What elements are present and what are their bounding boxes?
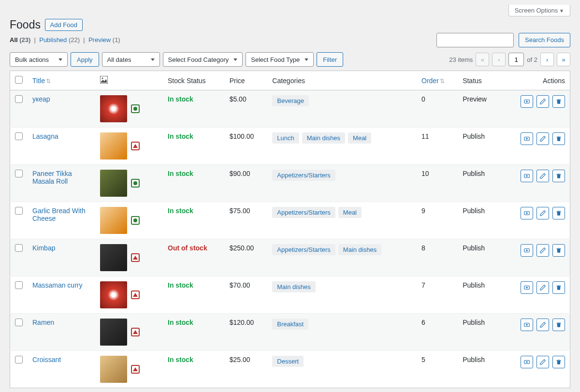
filter-preview[interactable]: Preview (1) [88,36,120,44]
delete-button[interactable] [552,319,565,331]
category-tag[interactable]: Main dishes [272,281,315,292]
filter-published[interactable]: Published (22) [39,36,81,44]
edit-button[interactable] [536,356,549,368]
table-row: Garlic Bread With Cheese In stock $75.00… [10,202,570,239]
delete-button[interactable] [552,95,565,108]
delete-button[interactable] [552,170,565,182]
edit-button[interactable] [536,281,549,294]
edit-button[interactable] [536,95,549,108]
bulk-actions-select[interactable]: Bulk actions [10,52,68,67]
dates-select[interactable]: All dates [102,52,160,67]
category-select[interactable]: Select Food Category [163,52,243,67]
edit-button[interactable] [536,170,549,182]
edit-button[interactable] [536,244,549,257]
last-page-button[interactable]: » [557,53,570,66]
column-order[interactable]: Order⇅ [417,71,458,90]
row-checkbox[interactable] [15,207,23,215]
row-checkbox[interactable] [15,244,23,252]
category-tag[interactable]: Breakfast [272,319,308,330]
category-tag[interactable]: Meal [338,207,362,218]
stock-status: In stock [168,207,193,215]
filter-button[interactable]: Filter [317,52,343,67]
view-button[interactable] [521,207,533,219]
edit-button[interactable] [536,207,549,219]
delete-button[interactable] [552,244,565,257]
row-checkbox[interactable] [15,319,23,326]
row-checkbox[interactable] [15,95,23,103]
select-all-checkbox[interactable] [15,76,23,84]
status-value: Publish [458,165,500,202]
svg-point-13 [526,287,528,289]
next-page-button[interactable]: › [540,53,554,66]
food-title-link[interactable]: укеар [32,95,50,103]
delete-button[interactable] [552,207,565,219]
status-value: Preview [458,90,500,128]
food-type-icon [131,179,140,188]
delete-button[interactable] [552,281,565,294]
category-tag[interactable]: Main dishes [338,244,381,255]
svg-point-11 [526,249,528,251]
category-tag[interactable]: Lunch [272,132,299,144]
edit-button[interactable] [536,132,549,145]
screen-options-button[interactable]: Screen Options [508,5,570,16]
category-list: Beverage [272,95,412,106]
column-actions: Actions [500,71,570,90]
apply-button[interactable]: Apply [71,52,99,67]
food-title-link[interactable]: Garlic Bread With Cheese [32,207,86,222]
prev-page-button[interactable]: ‹ [492,53,506,66]
add-food-button[interactable]: Add Food [45,19,83,31]
category-list: Dessert [272,356,412,367]
current-page-input[interactable] [508,53,524,66]
column-title[interactable]: Title⇅ [28,71,95,90]
food-title-link[interactable]: Kimbap [32,244,55,252]
category-tag[interactable]: Appetizers/Starters [272,207,335,218]
food-title-link[interactable]: Lasagna [32,132,58,140]
view-button[interactable] [521,356,533,368]
stock-status: In stock [168,319,193,326]
category-tag[interactable]: Main dishes [302,132,345,144]
category-tag[interactable]: Dessert [272,356,304,367]
food-type-icon [131,142,140,150]
column-image [95,71,163,90]
view-button[interactable] [521,281,533,294]
stock-status: In stock [168,95,193,103]
food-thumbnail [100,281,127,308]
status-value: Publish [458,202,500,239]
view-button[interactable] [521,244,533,257]
food-title-link[interactable]: Ramen [32,319,54,326]
search-foods-button[interactable]: Search Foods [519,33,570,47]
delete-button[interactable] [552,356,565,368]
view-button[interactable] [521,319,533,331]
food-title-link[interactable]: Paneer Tikka Masala Roll [32,170,72,185]
view-button[interactable] [521,132,533,145]
view-button[interactable] [521,95,533,108]
table-row: Lasagna In stock $100.00 LunchMain dishe… [10,128,570,165]
delete-button[interactable] [552,132,565,145]
row-checkbox[interactable] [15,356,23,363]
food-type-icon [131,290,140,299]
category-tag[interactable]: Meal [348,132,371,144]
food-title-link[interactable]: Croissant [32,356,61,363]
stock-status: In stock [168,281,193,289]
category-tag[interactable]: Appetizers/Starters [272,244,335,255]
category-list: Appetizers/StartersMeal [272,207,412,218]
search-input[interactable] [436,33,514,47]
category-tag[interactable]: Appetizers/Starters [272,170,335,181]
category-tag[interactable]: Beverage [272,95,309,106]
price-value: $100.00 [225,128,268,165]
filter-all[interactable]: All (23) [10,36,32,44]
total-pages-label: of 2 [527,56,537,63]
view-button[interactable] [521,170,533,182]
price-value: $75.00 [225,202,268,239]
table-row: укеар In stock $5.00 Beverage 0 Preview [10,90,570,128]
row-checkbox[interactable] [15,132,23,140]
row-checkbox[interactable] [15,281,23,289]
category-list: Appetizers/StartersMain dishes [272,244,412,255]
food-title-link[interactable]: Massaman curry [32,281,82,289]
status-value: Publish [458,239,500,276]
row-checkbox[interactable] [15,170,23,177]
food-thumbnail [100,95,127,122]
edit-button[interactable] [536,319,549,331]
type-select[interactable]: Select Food Type [246,52,314,67]
first-page-button[interactable]: « [476,53,489,66]
